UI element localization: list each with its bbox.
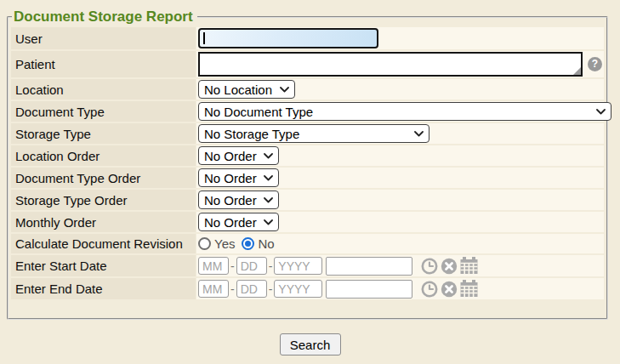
table-row: Enter End Date - - bbox=[11, 278, 604, 299]
revision-yes-radio[interactable] bbox=[198, 237, 211, 250]
document-type-label: Document Type bbox=[11, 101, 196, 122]
clear-icon[interactable] bbox=[441, 258, 458, 275]
table-row: Enter Start Date - - bbox=[11, 255, 604, 276]
table-row: Calculate Document Revision Yes No bbox=[11, 234, 604, 253]
chevron-down-icon bbox=[596, 109, 606, 115]
location-order-label: Location Order bbox=[11, 145, 196, 166]
chevron-down-icon bbox=[264, 153, 273, 159]
table-row: Document Type Order No Order bbox=[11, 168, 604, 188]
page-title: Document Storage Report bbox=[12, 9, 197, 26]
calendar-icon[interactable] bbox=[460, 280, 479, 298]
table-row: Location Order No Order bbox=[11, 145, 604, 166]
user-label: User bbox=[11, 27, 196, 49]
end-year-input[interactable] bbox=[274, 280, 322, 298]
storage-type-select[interactable]: No Storage Type bbox=[198, 124, 429, 143]
table-row: Storage Type Order No Order bbox=[11, 190, 604, 210]
location-select[interactable]: No Location bbox=[198, 80, 295, 99]
document-type-select[interactable]: No Document Type bbox=[198, 102, 611, 121]
start-date-label: Enter Start Date bbox=[11, 255, 196, 276]
resize-handle[interactable] bbox=[573, 67, 581, 75]
chevron-down-icon bbox=[264, 219, 273, 225]
date-separator: - bbox=[230, 259, 235, 273]
start-year-input[interactable] bbox=[274, 257, 322, 275]
document-type-order-select[interactable]: No Order bbox=[198, 168, 279, 187]
calendar-icon[interactable] bbox=[460, 257, 479, 275]
calculate-document-revision-label: Calculate Document Revision bbox=[11, 234, 196, 253]
chevron-down-icon bbox=[414, 131, 424, 137]
text-caret bbox=[203, 32, 205, 44]
clear-icon[interactable] bbox=[441, 281, 458, 298]
end-month-input[interactable] bbox=[198, 280, 229, 298]
storage-type-order-label: Storage Type Order bbox=[11, 190, 196, 210]
storage-type-order-select-value: No Order bbox=[204, 193, 257, 208]
table-row: Storage Type No Storage Type bbox=[11, 123, 604, 144]
patient-input[interactable] bbox=[198, 52, 583, 77]
table-row: Patient ? bbox=[11, 51, 604, 77]
report-form-table: User Patient ? Location bbox=[10, 26, 605, 301]
chevron-down-icon bbox=[264, 197, 273, 203]
location-label: Location bbox=[11, 79, 196, 100]
start-date-full-input[interactable] bbox=[326, 257, 412, 276]
monthly-order-label: Monthly Order bbox=[11, 212, 196, 232]
clock-icon[interactable] bbox=[421, 258, 438, 275]
revision-yes-label: Yes bbox=[214, 236, 235, 251]
revision-no-radio[interactable] bbox=[242, 237, 254, 250]
patient-label: Patient bbox=[11, 51, 196, 77]
report-fieldset: Document Storage Report User Patient ? bbox=[7, 9, 608, 320]
document-type-order-label: Document Type Order bbox=[11, 168, 196, 188]
start-month-input[interactable] bbox=[198, 257, 229, 275]
date-separator: - bbox=[269, 282, 273, 296]
start-day-input[interactable] bbox=[236, 257, 267, 275]
table-row: Monthly Order No Order bbox=[11, 212, 604, 232]
user-input[interactable] bbox=[198, 28, 378, 48]
location-order-select-value: No Order bbox=[204, 149, 257, 163]
storage-type-label: Storage Type bbox=[11, 123, 196, 144]
location-order-select[interactable]: No Order bbox=[198, 146, 279, 165]
table-row: Document Type No Document Type bbox=[11, 101, 604, 122]
end-date-label: Enter End Date bbox=[11, 278, 196, 299]
table-row: Location No Location bbox=[11, 79, 604, 100]
storage-type-order-select[interactable]: No Order bbox=[198, 191, 279, 209]
date-separator: - bbox=[269, 259, 273, 273]
clock-icon[interactable] bbox=[421, 281, 438, 298]
document-type-order-select-value: No Order bbox=[204, 171, 257, 185]
end-date-full-input[interactable] bbox=[326, 280, 412, 299]
help-icon[interactable]: ? bbox=[588, 57, 602, 71]
end-day-input[interactable] bbox=[236, 280, 267, 298]
search-button[interactable]: Search bbox=[280, 333, 341, 355]
revision-no-label: No bbox=[258, 236, 274, 251]
date-separator: - bbox=[230, 282, 235, 296]
table-row: User bbox=[11, 27, 604, 49]
monthly-order-select-value: No Order bbox=[204, 215, 257, 230]
button-row: Search bbox=[0, 333, 620, 355]
monthly-order-select[interactable]: No Order bbox=[198, 213, 279, 231]
storage-type-select-value: No Storage Type bbox=[204, 127, 299, 141]
chevron-down-icon bbox=[264, 175, 273, 181]
location-select-value: No Location bbox=[204, 82, 272, 97]
document-type-select-value: No Document Type bbox=[204, 105, 313, 119]
chevron-down-icon bbox=[280, 87, 289, 93]
